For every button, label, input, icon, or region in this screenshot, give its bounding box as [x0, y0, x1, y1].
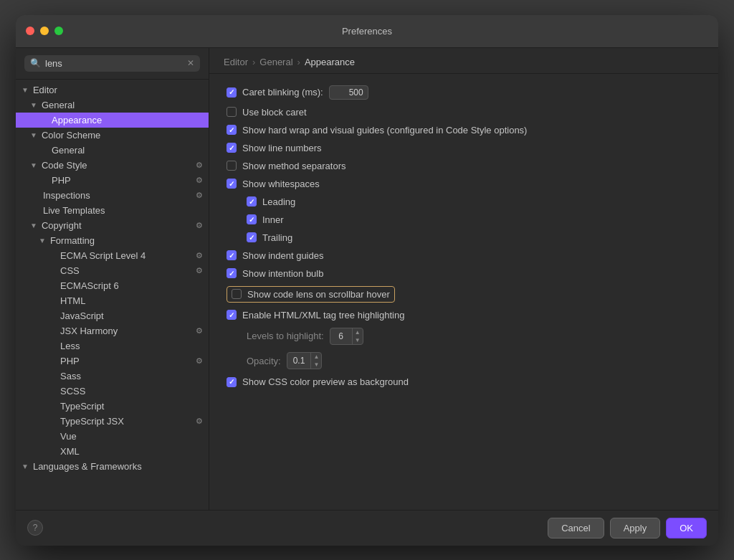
html-xml-checkbox[interactable]: [227, 310, 237, 320]
levels-increment[interactable]: ▲: [353, 328, 363, 336]
main-panel: Editor › General › Appearance Caret blin…: [209, 48, 718, 510]
sidebar-item-css[interactable]: CSS⚙: [16, 263, 209, 278]
cancel-button[interactable]: Cancel: [548, 518, 604, 538]
sidebar-item-label: XML: [60, 446, 80, 457]
sidebar-item-ecma-l4[interactable]: ECMA Script Level 4⚙: [16, 248, 209, 263]
sidebar-item-color-scheme[interactable]: ▼Color Scheme: [16, 128, 209, 143]
html-xml-label: Enable HTML/XML tag tree highlighting: [242, 310, 404, 321]
leading-checkbox[interactable]: [247, 196, 257, 207]
caret-blinking-input[interactable]: [329, 85, 368, 100]
sidebar-item-general[interactable]: ▼General: [16, 98, 209, 113]
block-caret-checkbox[interactable]: [227, 107, 237, 117]
code-lens-checkbox[interactable]: [232, 289, 242, 299]
sidebar-item-copyright[interactable]: ▼Copyright⚙: [16, 218, 209, 233]
sidebar-item-typescript[interactable]: TypeScript: [16, 399, 209, 414]
sidebar-item-inspections[interactable]: Inspections⚙: [16, 188, 209, 203]
help-button[interactable]: ?: [27, 520, 43, 536]
sidebar-item-label: ECMAScript 6: [60, 280, 119, 291]
sidebar-item-xml[interactable]: XML: [16, 444, 209, 459]
setting-row-trailing: Trailing: [227, 232, 701, 243]
sidebar-item-label: General: [42, 100, 75, 110]
sidebar-item-label: TypeScript JSX: [60, 416, 124, 427]
sidebar-item-php-cs[interactable]: PHP⚙: [16, 173, 209, 188]
levels-spinner: 6▲▼: [330, 328, 363, 345]
sidebar-item-label: HTML: [60, 295, 85, 306]
sidebar-item-label: General: [52, 145, 85, 156]
breadcrumb-arrow-1: ›: [252, 57, 255, 67]
preferences-window: Preferences 🔍 ✕ ▼Editor▼GeneralAppearanc…: [16, 15, 718, 546]
arrow-icon: ▼: [22, 462, 29, 470]
sidebar-item-label: Editor: [33, 85, 57, 95]
sidebar-item-live-templates[interactable]: Live Templates: [16, 203, 209, 218]
hard-wrap-checkbox[interactable]: [227, 125, 237, 135]
footer: ? Cancel Apply OK: [16, 510, 718, 546]
opacity-increment[interactable]: ▲: [311, 353, 321, 361]
trailing-label: Trailing: [262, 232, 292, 243]
setting-row-method-separators: Show method separators: [227, 161, 701, 171]
sidebar-item-sass[interactable]: Sass: [16, 369, 209, 384]
breadcrumb-arrow-2: ›: [297, 57, 300, 67]
minimize-button[interactable]: [40, 27, 49, 35]
breadcrumb-editor: Editor: [224, 57, 248, 67]
apply-button[interactable]: Apply: [610, 518, 661, 538]
ok-button[interactable]: OK: [666, 518, 707, 538]
sidebar-item-vue[interactable]: Vue: [16, 429, 209, 444]
show-whitespaces-checkbox[interactable]: [227, 179, 237, 189]
search-input[interactable]: [45, 58, 183, 69]
sidebar-item-label: PHP: [52, 175, 71, 186]
search-box: 🔍 ✕: [16, 48, 209, 80]
sidebar-item-label: TypeScript: [60, 401, 104, 412]
sidebar-item-appearance[interactable]: Appearance: [16, 113, 209, 128]
close-button[interactable]: [26, 27, 34, 35]
opacity-value: 0.1: [287, 354, 311, 367]
sidebar-item-color-general[interactable]: General: [16, 143, 209, 158]
search-icon: 🔍: [30, 58, 41, 68]
setting-row-intention-bulb: Show intention bulb: [227, 268, 701, 279]
sidebar-item-label: Code Style: [42, 160, 87, 171]
sidebar-item-editor[interactable]: ▼Editor: [16, 82, 209, 98]
sidebar-item-html[interactable]: HTML: [16, 293, 209, 308]
levels-label: Levels to highlight:: [247, 331, 324, 341]
caret-blinking-checkbox[interactable]: [227, 87, 237, 98]
css-color-checkbox[interactable]: [227, 377, 237, 387]
sidebar-item-label: Vue: [60, 431, 77, 442]
sidebar: 🔍 ✕ ▼Editor▼GeneralAppearance▼Color Sche…: [16, 48, 209, 510]
sidebar-item-php-fmt[interactable]: PHP⚙: [16, 353, 209, 369]
trailing-checkbox[interactable]: [247, 232, 257, 242]
sidebar-item-javascript[interactable]: JavaScript: [16, 308, 209, 323]
sidebar-item-formatting[interactable]: ▼Formatting: [16, 233, 209, 248]
sidebar-item-jsx-harmony[interactable]: JSX Harmony⚙: [16, 323, 209, 338]
intention-bulb-checkbox[interactable]: [227, 268, 237, 278]
setting-row-opacity: Opacity:0.1▲▼: [227, 352, 701, 369]
settings-content: Caret blinking (ms):Use block caretShow …: [209, 74, 718, 510]
sidebar-item-scss[interactable]: SCSS: [16, 384, 209, 399]
opacity-spinner: 0.1▲▼: [287, 352, 323, 369]
setting-row-block-caret: Use block caret: [227, 107, 701, 118]
sidebar-item-code-style[interactable]: ▼Code Style⚙: [16, 158, 209, 173]
sidebar-item-label: Languages & Frameworks: [33, 461, 142, 472]
titlebar: Preferences: [16, 15, 718, 48]
settings-icon: ⚙: [196, 221, 203, 230]
indent-guides-label: Show indent guides: [242, 250, 323, 261]
line-numbers-checkbox[interactable]: [227, 143, 237, 153]
opacity-decrement[interactable]: ▼: [311, 361, 321, 369]
method-separators-checkbox[interactable]: [227, 161, 237, 171]
setting-row-html-xml: Enable HTML/XML tag tree highlighting: [227, 310, 701, 321]
settings-icon: ⚙: [196, 161, 203, 170]
css-color-label: Show CSS color preview as background: [242, 376, 409, 387]
sidebar-item-ecma6[interactable]: ECMAScript 6: [16, 278, 209, 293]
sidebar-item-languages-frameworks[interactable]: ▼Languages & Frameworks: [16, 459, 209, 474]
sidebar-item-label: Sass: [60, 371, 81, 381]
indent-guides-checkbox[interactable]: [227, 250, 237, 260]
arrow-icon: ▼: [39, 237, 46, 245]
sidebar-item-label: Less: [60, 341, 80, 351]
inner-checkbox[interactable]: [247, 214, 257, 224]
sidebar-item-less[interactable]: Less: [16, 338, 209, 353]
window-title: Preferences: [342, 26, 392, 37]
maximize-button[interactable]: [54, 27, 63, 35]
sidebar-item-typescript-jsx[interactable]: TypeScript JSX⚙: [16, 414, 209, 429]
clear-icon[interactable]: ✕: [187, 58, 194, 68]
levels-decrement[interactable]: ▼: [353, 336, 363, 344]
settings-icon: ⚙: [196, 356, 203, 366]
setting-row-hard-wrap: Show hard wrap and visual guides (config…: [227, 125, 701, 136]
